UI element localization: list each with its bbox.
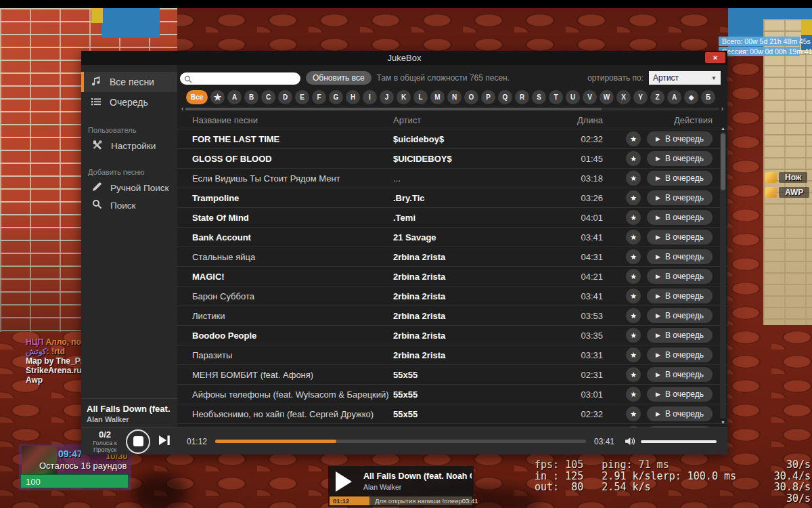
filter-letter-J[interactable]: J xyxy=(380,90,394,104)
notification-hint: Для открытия напиши !плеер xyxy=(375,497,462,505)
filter-letter-X[interactable]: X xyxy=(616,90,631,104)
sidebar-item[interactable]: Настройки xyxy=(81,137,177,154)
vscroll-track[interactable] xyxy=(720,132,726,419)
favorite-button[interactable]: ★ xyxy=(626,269,641,284)
netgraph-left: out: 80 2.54 k/s xyxy=(535,482,651,493)
filter-letter-U[interactable]: U xyxy=(566,90,580,104)
song-actions: ★▶В очередь xyxy=(603,426,718,427)
favorite-button[interactable]: ★ xyxy=(626,249,641,264)
seek-bar[interactable] xyxy=(215,440,586,443)
chat-segment: Map by The_Pr xyxy=(26,356,83,366)
song-artist: 21 Savage xyxy=(393,232,568,242)
filter-letter-W[interactable]: W xyxy=(600,90,614,104)
song-actions: ★▶В очередь xyxy=(603,131,718,146)
filter-letter-E[interactable]: E xyxy=(295,90,309,104)
filter-favorites[interactable]: ★ xyxy=(210,90,225,104)
favorite-button[interactable]: ★ xyxy=(626,406,641,421)
favorite-button[interactable]: ★ xyxy=(626,210,641,225)
sidebar-item-queue[interactable]: Очередь xyxy=(81,92,177,112)
add-to-queue-button[interactable]: ▶В очередь xyxy=(647,269,713,284)
header-artist: Артист xyxy=(393,115,568,125)
filter-letter-Z[interactable]: Z xyxy=(650,90,664,104)
filter-letter-◆[interactable]: ◆ xyxy=(684,90,698,104)
next-track-button[interactable] xyxy=(157,434,172,448)
hscroll-track[interactable] xyxy=(185,108,719,110)
chevron-down-icon: ▼ xyxy=(711,75,717,81)
vscroll-thumb[interactable] xyxy=(721,133,725,190)
favorite-button[interactable]: ★ xyxy=(626,387,641,402)
add-to-queue-button[interactable]: ▶В очередь xyxy=(647,249,713,264)
sidebar-item-all-songs[interactable]: Все песни xyxy=(81,72,177,92)
refresh-all-button[interactable]: Обновить все xyxy=(306,71,371,85)
filter-letter-G[interactable]: G xyxy=(329,90,343,104)
filter-letter-A[interactable]: A xyxy=(227,90,242,104)
filter-letter-Б[interactable]: Б xyxy=(701,90,715,104)
filter-letter-L[interactable]: L xyxy=(413,90,428,104)
add-to-queue-button[interactable]: ▶В очередь xyxy=(647,230,713,245)
filter-letter-H[interactable]: H xyxy=(346,90,360,104)
filter-letter-O[interactable]: O xyxy=(464,90,478,104)
add-to-queue-button[interactable]: ▶В очередь xyxy=(647,151,713,166)
song-artist: 2rbina 2rista xyxy=(393,331,568,341)
sort-dropdown[interactable]: Артист ▼ xyxy=(649,71,721,85)
scroll-right-icon[interactable]: › xyxy=(721,106,723,112)
add-to-queue-button[interactable]: ▶В очередь xyxy=(647,308,713,323)
filter-letter-P[interactable]: P xyxy=(481,90,495,104)
favorite-button[interactable]: ★ xyxy=(626,426,641,427)
add-to-queue-button[interactable]: ▶В очередь xyxy=(647,426,713,427)
song-actions: ★▶В очередь xyxy=(603,230,718,245)
table-row: State Of Mind.Temi04:01★▶В очередь xyxy=(177,208,727,228)
sidebar-item[interactable]: Поиск xyxy=(81,196,177,214)
filter-letter-F[interactable]: F xyxy=(312,90,326,104)
add-to-queue-button[interactable]: ▶В очередь xyxy=(647,367,713,382)
favorite-button[interactable]: ★ xyxy=(626,190,641,205)
favorite-button[interactable]: ★ xyxy=(626,230,641,245)
favorite-button[interactable]: ★ xyxy=(626,289,641,303)
skip-votes-caption: Пропуск xyxy=(88,446,122,453)
hscroll-thumb[interactable] xyxy=(185,108,602,110)
filter-letter-M[interactable]: M xyxy=(430,90,445,104)
song-title: State Of Mind xyxy=(177,213,393,223)
filter-letter-I[interactable]: I xyxy=(363,90,377,104)
filter-letter-N[interactable]: N xyxy=(447,90,461,104)
favorite-button[interactable]: ★ xyxy=(626,171,641,186)
favorite-button[interactable]: ★ xyxy=(626,328,641,343)
filter-all[interactable]: Все xyxy=(186,90,208,104)
add-to-queue-button[interactable]: ▶В очередь xyxy=(647,171,713,186)
add-to-queue-button[interactable]: ▶В очередь xyxy=(647,328,713,343)
add-to-queue-button[interactable]: ▶В очередь xyxy=(647,347,713,362)
stop-button[interactable] xyxy=(126,429,150,454)
sidebar-item[interactable]: Ручной Поиск xyxy=(81,179,177,196)
favorite-button[interactable]: ★ xyxy=(626,347,641,362)
filter-letter-K[interactable]: K xyxy=(397,90,411,104)
search-input[interactable] xyxy=(180,72,300,85)
scroll-up-icon[interactable]: ▲ xyxy=(721,125,725,131)
filter-letter-D[interactable]: D xyxy=(278,90,292,104)
filter-letter-B[interactable]: B xyxy=(244,90,258,104)
favorite-button[interactable]: ★ xyxy=(626,131,641,146)
weapon-label: Нож xyxy=(779,172,807,183)
filter-letter-Q[interactable]: Q xyxy=(498,90,512,104)
song-length: 03:35 xyxy=(568,331,603,341)
favorite-button[interactable]: ★ xyxy=(626,308,641,323)
add-to-queue-button[interactable]: ▶В очередь xyxy=(647,131,713,146)
filter-letter-R[interactable]: R xyxy=(515,90,529,104)
add-to-queue-button[interactable]: ▶В очередь xyxy=(647,210,713,225)
filter-letter-C[interactable]: C xyxy=(261,90,275,104)
filter-letter-А[interactable]: А xyxy=(667,90,681,104)
add-to-queue-button[interactable]: ▶В очередь xyxy=(647,387,713,402)
favorite-button[interactable]: ★ xyxy=(626,151,641,166)
add-to-queue-button[interactable]: ▶В очередь xyxy=(647,289,713,303)
filter-letter-V[interactable]: V xyxy=(583,90,597,104)
filter-letter-T[interactable]: T xyxy=(549,90,563,104)
song-length: 03:41 xyxy=(568,291,603,301)
add-to-queue-button[interactable]: ▶В очередь xyxy=(647,190,713,205)
filter-letter-Y[interactable]: Y xyxy=(633,90,648,104)
close-button[interactable]: × xyxy=(705,52,725,63)
scroll-down-icon[interactable]: ▼ xyxy=(721,419,725,425)
add-to-queue-button[interactable]: ▶В очередь xyxy=(647,406,713,421)
filter-letter-S[interactable]: S xyxy=(532,90,546,104)
favorite-button[interactable]: ★ xyxy=(626,367,641,382)
volume-slider[interactable] xyxy=(641,440,717,443)
scroll-left-icon[interactable]: ‹ xyxy=(181,106,183,112)
